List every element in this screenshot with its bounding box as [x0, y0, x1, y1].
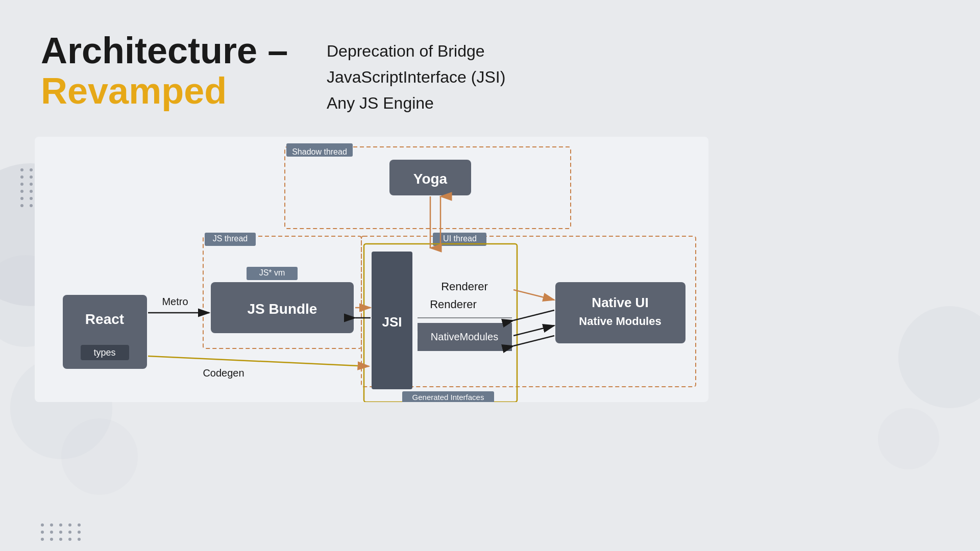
title-line1: Architecture –	[41, 31, 288, 71]
nativemodules-text: NativeModules	[431, 331, 498, 342]
title-line2: Revamped	[41, 71, 288, 111]
bullet-item-2: JavaScriptInterface (JSI)	[327, 64, 505, 90]
jsi-nativeui-arrow-left	[513, 310, 554, 320]
bullet-list: Deprecation of Bridge JavaScriptInterfac…	[327, 38, 505, 117]
shadow-thread-label: Shadow thread	[292, 147, 347, 156]
renderer-text: Renderer	[441, 280, 488, 293]
jsi-nativeui-arrow-right	[513, 290, 554, 300]
nativeui-line2: Native Modules	[579, 315, 661, 328]
ui-thread-label: UI thread	[443, 234, 477, 243]
svg-rect-11	[555, 282, 685, 343]
jsi-node: JSI	[382, 314, 402, 330]
jsi-nativemod-left	[513, 336, 554, 346]
codegen-label: Codegen	[203, 367, 244, 379]
generated-interfaces-label: Generated Interfaces	[412, 393, 484, 402]
header: Architecture – Revamped	[41, 31, 288, 111]
bullet-item-3: Any JS Engine	[327, 90, 505, 116]
react-types-badge: types	[93, 347, 115, 358]
decorative-dots-left	[20, 168, 35, 207]
react-node: React	[85, 311, 124, 327]
js-thread-label: JS thread	[213, 234, 248, 243]
codegen-arrow	[148, 356, 369, 366]
decorative-dots-bottom	[41, 523, 83, 541]
architecture-diagram: Shadow thread Yoga JS thread UI thread J…	[35, 137, 708, 402]
jsbundle-node: JS Bundle	[248, 301, 317, 317]
jsvm-label: JS* vm	[259, 268, 285, 277]
jsi-nativemod-right	[513, 325, 554, 336]
metro-label: Metro	[162, 296, 188, 307]
nativeui-line1: Native UI	[592, 295, 648, 310]
bullet-item-1: Deprecation of Bridge	[327, 38, 505, 64]
yoga-node: Yoga	[413, 171, 448, 187]
